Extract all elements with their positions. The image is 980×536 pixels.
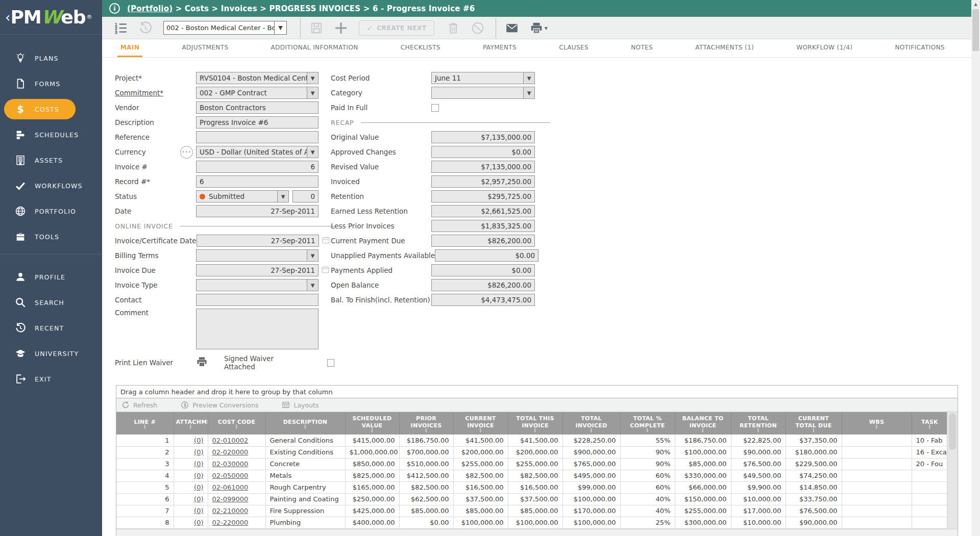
cost-period-select[interactable]: June 11▼ (431, 72, 535, 84)
group-by-bar[interactable]: Drag a column header and drop it here to… (116, 386, 958, 398)
column-menu-icon[interactable]: ⋮ (565, 429, 618, 431)
description-field[interactable]: Progress Invoice #6 (196, 116, 318, 129)
tab-main[interactable]: MAIN (117, 39, 142, 57)
column-header-current-total-due[interactable]: CURRENT TOTAL DUE⋮ (786, 412, 842, 435)
attachments-link[interactable]: (0) (194, 437, 203, 444)
create-next-button[interactable]: ✓CREATE NEXT (359, 20, 434, 36)
cost-code-link[interactable]: 02-220000 (212, 519, 249, 526)
page-scrollbar[interactable]: ▲ (971, 0, 980, 536)
sidebar-item-exit[interactable]: EXIT (0, 369, 102, 389)
status-revision-field[interactable]: 0 (292, 190, 318, 202)
column-menu-icon[interactable]: ⋮ (176, 426, 206, 428)
project-select[interactable]: RVS0104 - Boston Medical Center▼ (196, 72, 318, 84)
record-number-field[interactable]: 6 (196, 175, 318, 188)
attachments-link[interactable]: (0) (194, 448, 203, 456)
date-field[interactable]: 27-Sep-2011 (196, 205, 318, 217)
history-icon[interactable] (139, 21, 152, 35)
contact-field[interactable] (196, 294, 318, 306)
cost-code-link[interactable]: 02-010002 (212, 437, 249, 444)
column-menu-icon[interactable]: ⋮ (788, 429, 840, 431)
attachments-link[interactable]: (0) (194, 519, 203, 526)
tab-payments[interactable]: PAYMENTS (480, 39, 520, 57)
column-header-total-invoiced[interactable]: TOTAL INVOICED⋮ (562, 412, 620, 435)
column-header-current-invoice[interactable]: CURRENT INVOICE⋮ (453, 412, 508, 435)
invoice-certificate-date-field[interactable]: 27-Sep-2011 (197, 235, 319, 247)
column-menu-icon[interactable]: ⋮ (510, 429, 560, 431)
email-icon[interactable] (505, 21, 519, 35)
signed-waiver-attached-checkbox[interactable] (327, 359, 334, 367)
column-header-wbs[interactable]: WBS⋮ (842, 412, 912, 435)
column-menu-icon[interactable]: ⋮ (402, 429, 451, 431)
paid-in-full-checkbox[interactable] (431, 104, 439, 112)
column-header-total-this-invoice[interactable]: TOTAL THIS INVOICE⋮ (508, 412, 562, 435)
column-menu-icon[interactable]: ⋮ (844, 426, 910, 428)
status-select[interactable]: Submitted▼ (196, 190, 289, 202)
cost-code-link[interactable]: 02-099000 (212, 495, 249, 503)
attachments-link[interactable]: (0) (194, 483, 203, 491)
breadcrumb-portfolio-link[interactable]: (Portfolio) (127, 4, 173, 13)
grid-horizontal-scrollbar[interactable] (116, 529, 958, 536)
print-lien-waiver-icon[interactable] (196, 356, 208, 370)
chevron-down-icon[interactable]: ▼ (307, 87, 318, 99)
column-menu-icon[interactable]: ⋮ (733, 429, 783, 431)
column-menu-icon[interactable]: ⋮ (677, 429, 729, 431)
column-menu-icon[interactable]: ⋮ (456, 429, 506, 431)
attachments-link[interactable]: (0) (194, 472, 203, 479)
tab-adjustments[interactable]: ADJUSTMENTS (179, 39, 231, 57)
pmweb-logo[interactable]: ‹PMWeb® (0, 0, 102, 35)
column-header-attachments[interactable]: ATTACHMENTS⋮ (174, 412, 208, 435)
calendar-icon[interactable] (321, 265, 330, 276)
records-list-icon[interactable]: 123 (114, 21, 128, 35)
chevron-down-icon[interactable]: ▼ (277, 190, 289, 202)
tab-clauses[interactable]: CLAUSES (556, 39, 592, 57)
tab-notifications[interactable]: NOTIFICATIONS (892, 39, 948, 57)
column-menu-icon[interactable]: ⋮ (268, 426, 343, 428)
commitment-select[interactable]: 002 - GMP Contract▼ (196, 87, 318, 99)
sidebar-item-workflows[interactable]: WORKFLOWS (0, 175, 102, 196)
chevron-down-icon[interactable]: ▼ (307, 249, 318, 262)
page-scrollbar-thumb[interactable] (972, 9, 979, 51)
chevron-down-icon[interactable]: ▼ (307, 146, 318, 158)
column-header-task[interactable]: TASK⋮ (912, 412, 947, 435)
comment-textarea[interactable] (196, 309, 318, 349)
vendor-field[interactable]: Boston Contractors (196, 101, 318, 114)
column-header-line[interactable]: LINE #⋮ (116, 412, 174, 435)
print-icon[interactable] (530, 21, 543, 35)
chevron-down-icon[interactable]: ▼ (523, 72, 535, 84)
column-menu-icon[interactable]: ⋮ (118, 426, 172, 428)
sidebar-item-university[interactable]: UNIVERSITY (0, 343, 102, 364)
invoice-due-field[interactable]: 27-Sep-2011 (196, 264, 318, 276)
attachments-link[interactable]: (0) (194, 460, 203, 468)
info-icon[interactable]: i (109, 3, 120, 14)
grid-vertical-scrollbar[interactable] (947, 412, 958, 529)
cost-code-link[interactable]: 02-210000 (212, 507, 249, 515)
preview-conversions-button[interactable]: $ Preview Conversions (181, 401, 258, 409)
record-selector[interactable]: 002 - Boston Medical Center - Bosto ▼ (163, 21, 287, 35)
chevron-down-icon[interactable]: ▼ (523, 87, 535, 99)
record-selector-dropdown-icon[interactable]: ▼ (275, 21, 287, 35)
scroll-up-icon[interactable]: ▲ (971, 0, 980, 8)
column-menu-icon[interactable]: ⋮ (210, 426, 263, 428)
column-header-description[interactable]: DESCRIPTION⋮ (265, 412, 345, 435)
column-menu-icon[interactable]: ⋮ (348, 429, 397, 431)
refresh-button[interactable]: Refresh (121, 401, 157, 409)
column-menu-icon[interactable]: ⋮ (623, 429, 673, 431)
attachments-link[interactable]: (0) (194, 495, 203, 503)
print-options-caret-icon[interactable]: ▾ (545, 24, 548, 32)
commitment-label[interactable]: Commitment* (115, 89, 196, 97)
tab-additional-information[interactable]: ADDITIONAL INFORMATION (268, 39, 361, 57)
chevron-down-icon[interactable]: ▼ (307, 279, 318, 291)
attachments-link[interactable]: (0) (194, 507, 203, 515)
currency-select[interactable]: USD - Dollar (United States of America)▼ (196, 146, 318, 158)
category-select[interactable]: ▼ (431, 87, 535, 99)
column-header-total-retention[interactable]: TOTAL RETENTION⋮ (731, 412, 786, 435)
column-menu-icon[interactable]: ⋮ (914, 426, 946, 428)
sidebar-item-recent[interactable]: RECENT (0, 318, 102, 338)
billing-terms-select[interactable]: ▼ (196, 249, 318, 262)
column-header-balance-to-invoice[interactable]: BALANCE TO INVOICE⋮ (675, 412, 731, 435)
column-header-total-complete[interactable]: TOTAL % COMPLETE⋮ (620, 412, 675, 435)
calendar-icon[interactable] (322, 236, 330, 246)
void-icon[interactable] (471, 21, 484, 35)
save-icon[interactable] (310, 21, 323, 35)
tab-workflow-1-4[interactable]: WORKFLOW (1/4) (793, 39, 855, 57)
